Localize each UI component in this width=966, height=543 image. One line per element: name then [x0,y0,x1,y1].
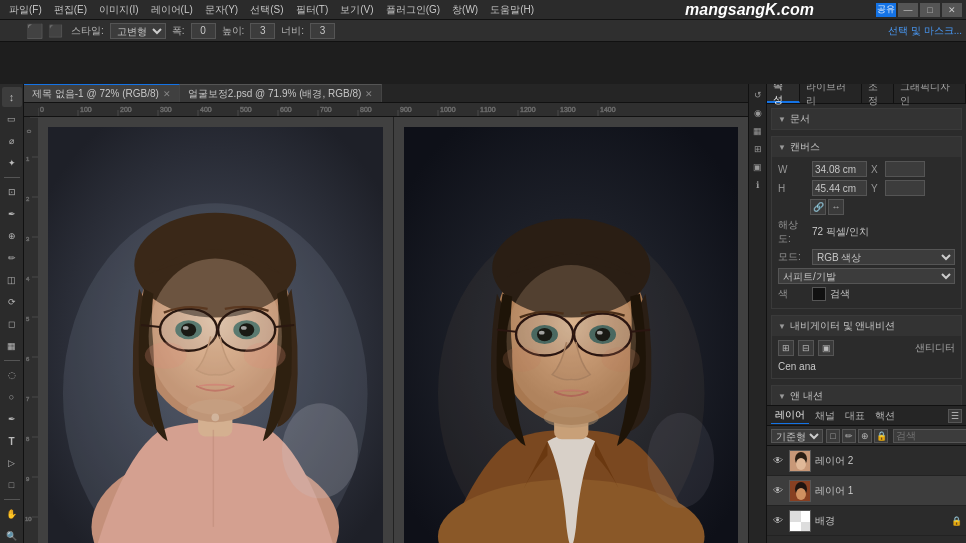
doc-tab-1[interactable]: 제목 없음-1 @ 72% (RGB/8) ✕ [24,84,180,102]
layers-tab-channels[interactable]: 채널 [811,408,839,424]
selection-mask-label[interactable]: 선택 및 마스크... [888,24,962,38]
swatches-icon[interactable]: ▣ [751,160,765,174]
tool-brush[interactable]: ✏ [2,248,22,268]
y-value-input[interactable] [885,180,925,196]
tool-path[interactable]: ▷ [2,453,22,473]
before-portrait-svg [48,127,383,543]
menu-item-select[interactable]: 선택(S) [245,2,288,18]
link-icon[interactable]: 🔗 [810,199,826,215]
blend-mode-select[interactable]: 기준형 [771,429,823,443]
properties-panel: ▼ 문서 ▼ 캔버스 W X [767,104,966,405]
minimize-button[interactable]: — [898,3,918,17]
layer-1-visibility[interactable]: 👁 [771,484,785,498]
canvas-right[interactable]: 71.95% 문서:3.56M/23.5M [394,117,749,543]
width-input[interactable] [191,23,216,39]
menu-item-filter[interactable]: 필터(T) [291,2,334,18]
tool-clone[interactable]: ◫ [2,270,22,290]
height-value-input[interactable] [812,180,867,196]
style-select[interactable]: 고변형 [110,23,166,39]
close-button[interactable]: ✕ [942,3,962,17]
tool-lasso[interactable]: ⌀ [2,131,22,151]
menu-item-file[interactable]: 파일(F) [4,2,47,18]
layers-tab-actions[interactable]: 핵션 [871,408,899,424]
tool-text[interactable]: T [2,431,22,451]
layer-item-2[interactable]: 👁 레이어 2 [767,446,966,476]
tool-pen[interactable]: ✒ [2,409,22,429]
tool-crop[interactable]: ⊡ [2,182,22,202]
history-icon[interactable]: ↺ [751,88,765,102]
layer-bg-name: 배경 [815,514,946,528]
close-tab-1[interactable]: ✕ [163,89,171,99]
icon-row: 🔗 ↔ [810,199,844,215]
layers-search-input[interactable] [893,429,966,443]
menu-item-image[interactable]: 이미지(I) [94,2,143,18]
right-panel: 속성 라이브러리 조정 그래픽디자인 ▼ 문서 ▼ 캔버스 [766,84,966,543]
menu-item-plugins[interactable]: 플러그인(G) [381,2,445,18]
navigator-section-header[interactable]: ▼ 내비게이터 및 앤내비션 [772,316,961,336]
menu-item-type[interactable]: 문자(Y) [200,2,243,18]
pattern-icon[interactable]: ⊞ [751,142,765,156]
tool-hand[interactable]: ✋ [2,504,22,524]
tool-history[interactable]: ⟳ [2,292,22,312]
width-value-input[interactable] [812,161,867,177]
layer-item-1[interactable]: 👁 레이어 1 [767,476,966,506]
layers-tab-paths[interactable]: 대표 [841,408,869,424]
actions-section-header[interactable]: ▼ 앤 내션 [772,386,961,405]
menu-item-help[interactable]: 도움말(H) [485,2,539,18]
tool-icon-options[interactable]: ⬛ [45,21,65,41]
canvas-left[interactable]: 72.05% 문서:3.56M/7.12M [38,117,394,543]
gradient-icon[interactable]: ▦ [751,124,765,138]
layer-item-bg[interactable]: 👁 배경 🔒 [767,506,966,536]
nav-icon-3[interactable]: ▣ [818,340,834,356]
info-icon[interactable]: ℹ [751,178,765,192]
resize-icon[interactable]: ↔ [828,199,844,215]
close-tab-2[interactable]: ✕ [365,89,373,99]
canvas-section-header[interactable]: ▼ 캔버스 [772,137,961,157]
lock-transparent-btn[interactable]: □ [826,429,840,443]
tool-icon-move[interactable]: ⬛ [24,21,44,41]
layers-tab-layers[interactable]: 레이어 [771,407,809,424]
svg-text:700: 700 [320,106,332,113]
menu-item-window[interactable]: 창(W) [447,2,483,18]
share-button[interactable]: 공유 [876,3,896,17]
color-swatch[interactable] [812,287,826,301]
layers-menu-btn[interactable]: ☰ [948,409,962,423]
tab-properties[interactable]: 속성 [767,84,800,103]
x-value-input[interactable] [885,161,925,177]
actions-section-label: 앤 내션 [790,389,823,403]
tool-eyedrop[interactable]: ✒ [2,204,22,224]
profile-select[interactable]: 서피트/기발 [778,268,955,284]
menu-item-edit[interactable]: 편집(E) [49,2,92,18]
nav-icon-1[interactable]: ⊞ [778,340,794,356]
mode-select[interactable]: RGB 색상 [812,249,955,265]
color-label: 색 [778,287,808,301]
tool-blur[interactable]: ◌ [2,365,22,385]
brush-preset-icon[interactable]: ◉ [751,106,765,120]
layer-2-visibility[interactable]: 👁 [771,454,785,468]
tab-adjustments[interactable]: 조정 [862,84,895,103]
menu-item-layer[interactable]: 레이어(L) [146,2,198,18]
tool-dodge[interactable]: ○ [2,387,22,407]
tool-wand[interactable]: ✦ [2,153,22,173]
tool-shape[interactable]: □ [2,475,22,495]
height-input[interactable] [250,23,275,39]
tool-heal[interactable]: ⊕ [2,226,22,246]
doc-tab-2[interactable]: 얼굴보정2.psd @ 71.9% (배경, RGB/8) ✕ [180,84,383,102]
document-section-header[interactable]: ▼ 문서 [772,109,961,129]
tool-gradient[interactable]: ▦ [2,336,22,356]
tool-zoom[interactable]: 🔍 [2,526,22,543]
breadth-input[interactable] [310,23,335,39]
tab-graphic-design[interactable]: 그래픽디자인 [894,84,966,103]
tool-eraser[interactable]: ◻ [2,314,22,334]
lock-position-btn[interactable]: ⊕ [858,429,872,443]
tool-selection[interactable]: ▭ [2,109,22,129]
lock-all-btn[interactable]: 🔒 [874,429,888,443]
nav-icon-2[interactable]: ⊟ [798,340,814,356]
maximize-button[interactable]: □ [920,3,940,17]
lock-pixels-btn[interactable]: ✏ [842,429,856,443]
svg-point-98 [543,407,598,428]
menu-item-view[interactable]: 보기(V) [335,2,378,18]
tool-move[interactable]: ↕ [2,87,22,107]
layer-bg-visibility[interactable]: 👁 [771,514,785,528]
tab-library[interactable]: 라이브러리 [800,84,862,103]
